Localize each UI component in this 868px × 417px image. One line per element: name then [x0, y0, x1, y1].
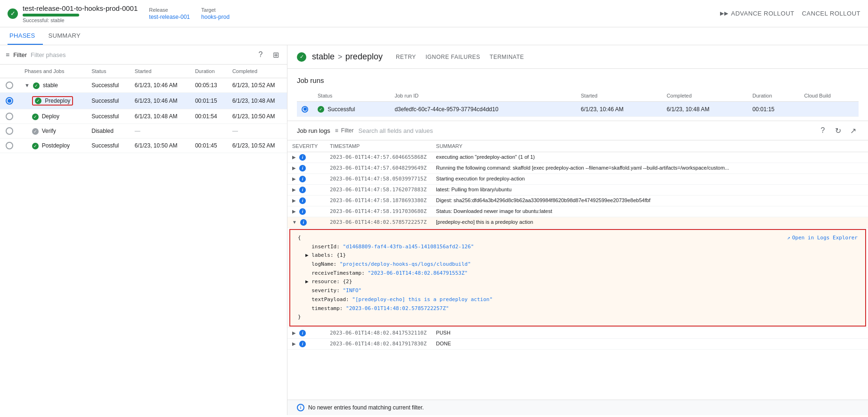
- right-panel: ✓ stable > predeploy RETRY IGNORE FAILUR…: [287, 45, 868, 415]
- log-expand-icon-labels[interactable]: ▶: [305, 252, 309, 258]
- header-actions: ▶▶ ADVANCE ROLLOUT CANCEL ROLLOUT: [720, 10, 860, 17]
- help-icon[interactable]: ?: [255, 49, 266, 60]
- table-row[interactable]: ▼ ✓ stable Successful 6/1/23, 10:46 AM 0…: [0, 78, 287, 93]
- log-expand-icon[interactable]: ▶: [292, 165, 296, 171]
- progress-bar: [23, 14, 79, 16]
- cancel-rollout-button[interactable]: CANCEL ROLLOUT: [802, 10, 860, 17]
- filter-label: Filter: [13, 51, 27, 58]
- log-row[interactable]: ▶ i 2023-06-01T14:47:58.1878693380Z Dige…: [287, 196, 868, 206]
- log-val-insertid: "d1468809-faf4-43fb-a145-14108156afd2-12…: [343, 244, 474, 250]
- tab-phases[interactable]: PHASES: [8, 27, 43, 45]
- log-info-icon: i: [299, 176, 306, 182]
- log-info-icon: i: [299, 154, 306, 161]
- advance-rollout-button[interactable]: ▶▶ ADVANCE ROLLOUT: [720, 10, 794, 17]
- log-field-textpayload: textPayload: "[predeploy-echo] this is a…: [298, 295, 858, 304]
- log-row[interactable]: ▶ i 2023-06-01T14:47:57.6046655868Z exec…: [287, 152, 868, 163]
- right-title: stable > predeploy: [312, 52, 383, 62]
- ignore-failures-button[interactable]: IGNORE FAILURES: [426, 54, 480, 60]
- filter-bar: ≡ Filter ? ⊞: [0, 45, 287, 65]
- target-link[interactable]: hooks-prod: [201, 14, 229, 20]
- log-timestamp: 2023-06-01T14:47:58.1878693380Z: [330, 197, 426, 204]
- log-timestamp: 2023-06-01T14:48:02.8417917830Z: [330, 341, 426, 347]
- run-radio-selected[interactable]: [302, 106, 308, 113]
- table-row[interactable]: ✓ Deploy Successful 6/1/23, 10:48 AM 00:…: [0, 109, 287, 124]
- logs-external-link-icon[interactable]: ↗: [847, 125, 859, 136]
- log-info-icon: i: [299, 197, 306, 204]
- log-summary-cell: PUSH: [431, 327, 868, 338]
- log-row[interactable]: ▶ i 2023-06-01T14:47:57.6048299649Z Runn…: [287, 163, 868, 174]
- right-actions: RETRY IGNORE FAILURES TERMINATE: [396, 54, 524, 60]
- log-open-link[interactable]: ↗ Open in Logs Explorer: [787, 234, 858, 243]
- release-status-icon: ✓: [8, 8, 18, 19]
- run-col-id: Job run ID: [390, 90, 576, 102]
- release-meta: Release test-release-001: [149, 7, 190, 20]
- log-row-expanded-header[interactable]: ▼ i 2023-06-01T14:48:02.5785722257Z [pre…: [287, 217, 868, 228]
- log-expand-icon[interactable]: ▶: [292, 155, 296, 160]
- log-expand-icon[interactable]: ▶: [292, 330, 296, 335]
- log-expand-icon[interactable]: ▶: [292, 341, 296, 346]
- postdeploy-duration: 00:01:45: [189, 139, 227, 153]
- log-row[interactable]: ▶ i 2023-06-01T14:48:02.8417532110Z PUSH: [287, 327, 868, 338]
- verify-started: —: [129, 124, 189, 139]
- log-expand-icon[interactable]: ▶: [292, 209, 296, 214]
- deploy-started: 6/1/23, 10:48 AM: [129, 109, 189, 124]
- log-expand-icon-resource[interactable]: ▶: [305, 278, 309, 285]
- log-expand-icon[interactable]: ▼: [292, 220, 297, 225]
- expand-arrow-icon[interactable]: ▼: [25, 82, 30, 88]
- log-summary-text: Starting execution for predeploy-action: [436, 176, 524, 181]
- tabs-bar: PHASES SUMMARY: [0, 27, 868, 45]
- row-radio-cell: [0, 78, 19, 93]
- run-completed-cell: 6/1/23, 10:48 AM: [662, 102, 748, 117]
- log-timestamp-cell: 2023-06-01T14:48:02.8417917830Z: [325, 338, 431, 349]
- tab-summary[interactable]: SUMMARY: [47, 27, 88, 45]
- table-row[interactable]: ✓ Predeploy Successful 6/1/23, 10:46 AM …: [0, 93, 287, 109]
- log-summary-cell: Running the following command: skaffold …: [431, 163, 868, 174]
- log-severity-cell: ▼ i: [287, 217, 325, 228]
- logs-help-icon[interactable]: ?: [817, 125, 828, 136]
- log-row[interactable]: ▶ i 2023-06-01T14:47:58.1917030680Z Stat…: [287, 206, 868, 217]
- postdeploy-started: 6/1/23, 10:50 AM: [129, 139, 189, 153]
- log-field-insertId: insertId: "d1468809-faf4-43fb-a145-14108…: [298, 243, 858, 252]
- row-radio[interactable]: [6, 82, 13, 89]
- logs-search-input[interactable]: [359, 127, 812, 134]
- row-radio[interactable]: [6, 142, 13, 149]
- retry-button[interactable]: RETRY: [396, 54, 416, 60]
- row-radio[interactable]: [6, 127, 13, 135]
- job-run-row[interactable]: ✓ Successful d3efedfc-60c7-44ce-9579-377…: [297, 102, 859, 117]
- log-timestamp: 2023-06-01T14:47:57.6046655868Z: [330, 154, 426, 160]
- log-row[interactable]: ▶ i 2023-06-01T14:48:02.8417917830Z DONE: [287, 338, 868, 349]
- main-content: ≡ Filter ? ⊞ Phases and Jobs Status Star…: [0, 45, 868, 415]
- table-row[interactable]: ✓ Verify Disabled — —: [0, 124, 287, 139]
- log-row[interactable]: ▶ i 2023-06-01T14:47:58.0503997715Z Star…: [287, 174, 868, 185]
- columns-icon[interactable]: ⊞: [270, 49, 281, 60]
- log-field-logname: logName: "projects/deploy-hooks-qs/logs/…: [298, 260, 858, 269]
- log-timestamp: 2023-06-01T14:47:58.0503997715Z: [330, 176, 426, 182]
- postdeploy-status: Successful: [86, 139, 129, 153]
- log-summary-cell: Digest: sha256:dfd64a3b4296d8c9b62aa3309…: [431, 196, 868, 206]
- log-timestamp-cell: 2023-06-01T14:48:02.8417532110Z: [325, 327, 431, 338]
- log-summary-text: Status: Downloaded newer image for ubunt…: [436, 208, 552, 214]
- log-timestamp: 2023-06-01T14:47:57.6048299649Z: [330, 165, 426, 171]
- phase-duration-cell: 00:05:13: [189, 78, 227, 93]
- log-expand-icon[interactable]: ▶: [292, 198, 296, 203]
- phase-status-icon: ✓: [33, 82, 40, 89]
- release-link[interactable]: test-release-001: [149, 14, 190, 20]
- logs-refresh-icon[interactable]: ↻: [832, 125, 843, 136]
- row-radio[interactable]: [6, 113, 13, 120]
- terminate-button[interactable]: TERMINATE: [490, 54, 524, 60]
- log-timestamp-cell: 2023-06-01T14:47:57.6046655868Z: [325, 152, 431, 163]
- log-severity-cell: ▶ i: [287, 152, 325, 163]
- log-expanded-cell: ↗ Open in Logs Explorer { insertId: "d14…: [287, 228, 868, 328]
- log-field-brace-open: {: [298, 234, 858, 243]
- row-radio-cell: [0, 109, 19, 124]
- log-severity-cell: ▶ i: [287, 338, 325, 349]
- log-expand-icon[interactable]: ▶: [292, 187, 296, 192]
- log-col-severity: SEVERITY: [287, 140, 325, 152]
- log-expand-icon[interactable]: ▶: [292, 176, 296, 181]
- row-radio-selected[interactable]: [6, 97, 13, 105]
- log-summary-cell: [predeploy-echo] this is a predeploy act…: [431, 217, 868, 228]
- log-row[interactable]: ▶ i 2023-06-01T14:47:58.1762077883Z late…: [287, 185, 868, 196]
- log-severity-cell: ▶ i: [287, 196, 325, 206]
- table-row[interactable]: ✓ Postdeploy Successful 6/1/23, 10:50 AM…: [0, 139, 287, 153]
- filter-input[interactable]: [31, 51, 251, 58]
